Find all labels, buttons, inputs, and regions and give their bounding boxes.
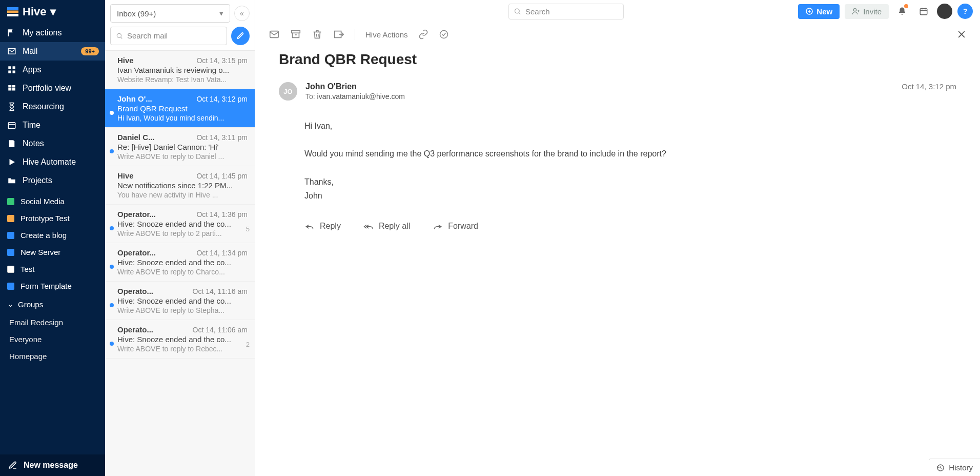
link-action-button[interactable] (418, 29, 428, 39)
project-label: Create a blog (21, 231, 67, 240)
group-item[interactable]: Homepage (0, 348, 105, 365)
mail-sender: Operator... (117, 210, 156, 219)
portfolio-icon (7, 84, 16, 93)
nav-item-time[interactable]: Time (0, 116, 105, 134)
search-icon (116, 32, 123, 39)
mail-time: Oct 14, 3:11 pm (196, 133, 248, 142)
project-item[interactable]: Create a blog (0, 227, 105, 244)
svg-rect-6 (13, 71, 15, 73)
svg-rect-2 (7, 14, 18, 16)
global-search-input[interactable]: Search (508, 4, 624, 19)
mail-item[interactable]: Operato...Oct 14, 11:06 amHive: Snooze e… (105, 320, 255, 359)
mail-subject: Hive: Snooze ended and the co... (117, 335, 248, 344)
global-search-placeholder: Search (525, 7, 550, 16)
mail-sender: Operato... (117, 287, 153, 295)
nav-item-my-actions[interactable]: My actions (0, 24, 105, 42)
groups-label: Groups (18, 300, 43, 309)
mail-preview: Write ABOVE to reply to Daniel ... (117, 152, 248, 161)
mail-item[interactable]: Operato...Oct 14, 11:16 amHive: Snooze e… (105, 282, 255, 320)
svg-point-20 (853, 9, 856, 11)
sender-avatar: JO (279, 82, 297, 101)
mail-sender: John O'... (117, 94, 152, 103)
mail-subject: New notifications since 1:22 PM... (117, 181, 248, 190)
project-item[interactable]: Form Template (0, 277, 105, 294)
task-action-button[interactable] (439, 29, 449, 39)
mail-item[interactable]: John O'...Oct 14, 3:12 pmBrand QBR Reque… (105, 89, 255, 128)
nav-item-projects[interactable]: Projects (0, 171, 105, 190)
calendar-button[interactable] (915, 3, 932, 19)
mail-subject: Hive: Snooze ended and the co... (117, 296, 248, 305)
mail-item[interactable]: HiveOct 14, 3:15 pmIvan Vatamaniuk is re… (105, 51, 255, 89)
nav-item-apps[interactable]: Apps (0, 61, 105, 79)
project-item[interactable]: Prototype Test (0, 210, 105, 227)
new-button[interactable]: New (798, 4, 840, 19)
body-line: John (304, 189, 956, 203)
user-avatar[interactable] (937, 4, 952, 19)
mail-item[interactable]: Operator...Oct 14, 1:34 pmHive: Snooze e… (105, 243, 255, 282)
notification-dot-icon (904, 4, 908, 8)
svg-rect-11 (8, 123, 15, 129)
mail-item[interactable]: HiveOct 14, 1:45 pmNew notifications sin… (105, 166, 255, 205)
sender-name: John O'Brien (305, 82, 405, 91)
group-item[interactable]: Email Redesign (0, 314, 105, 331)
mail-list[interactable]: HiveOct 14, 3:15 pmIvan Vatamaniuk is re… (105, 51, 255, 476)
nav-label: Portfolio view (23, 84, 71, 93)
project-color-icon (7, 249, 14, 256)
move-button[interactable] (333, 29, 344, 40)
project-item[interactable]: Social Media (0, 193, 105, 210)
plus-circle-icon (805, 7, 813, 15)
mail-sender: Operator... (117, 248, 156, 257)
svg-rect-7 (8, 85, 11, 88)
nav-item-portfolio-view[interactable]: Portfolio view (0, 79, 105, 97)
mail-search-input[interactable]: Search mail (110, 27, 227, 45)
chevron-down-icon: ▾ (50, 5, 56, 18)
project-color-icon (7, 283, 14, 290)
mail-item[interactable]: Operator...Oct 14, 1:36 pmHive: Snooze e… (105, 205, 255, 243)
nav-label: Hive Automate (23, 157, 76, 167)
workspace-switcher[interactable]: Hive ▾ (0, 0, 105, 24)
group-item[interactable]: Everyone (0, 331, 105, 348)
project-label: New Server (21, 248, 60, 256)
folder-select[interactable]: Inbox (99+) ▾ (110, 4, 230, 23)
body-line: Hi Ivan, (304, 119, 956, 133)
compose-button[interactable] (231, 27, 250, 45)
mail-preview: Hi Ivan, Would you mind sendin... (117, 114, 248, 122)
notifications-button[interactable] (894, 3, 910, 19)
project-item[interactable]: New Server (0, 244, 105, 261)
nav-item-notes[interactable]: Notes (0, 134, 105, 153)
nav-label: Notes (23, 139, 44, 148)
mail-preview: Website Revamp: Test Ivan Vata... (117, 75, 248, 84)
reply-button[interactable]: Reply (304, 221, 341, 231)
mail-time: Oct 14, 11:16 am (193, 287, 248, 295)
mail-item[interactable]: Daniel C...Oct 14, 3:11 pmRe: [Hive] Dan… (105, 128, 255, 166)
history-button[interactable]: History (929, 459, 980, 476)
nav-item-mail[interactable]: Mail99+ (0, 42, 105, 61)
archive-button[interactable] (290, 29, 301, 40)
unread-badge: 99+ (81, 47, 99, 55)
chevron-left-icon: « (240, 9, 244, 17)
nav-label: Mail (23, 47, 37, 56)
invite-button[interactable]: Invite (845, 4, 889, 19)
nav-label: Resourcing (23, 102, 64, 111)
groups-header[interactable]: ⌄ Groups (0, 294, 105, 314)
new-message-button[interactable]: New message (0, 454, 105, 476)
hive-logo-icon (7, 7, 18, 16)
email-toolbar: Hive Actions (255, 23, 980, 46)
mail-preview: You have new activity in Hive ... (117, 191, 248, 199)
help-button[interactable]: ? (957, 4, 973, 19)
svg-line-14 (121, 37, 122, 39)
close-email-button[interactable] (956, 29, 967, 39)
project-item[interactable]: Test (0, 261, 105, 277)
delete-button[interactable] (312, 29, 323, 40)
forward-button[interactable]: Forward (433, 221, 478, 231)
email-timestamp: Oct 14, 3:12 pm (902, 82, 956, 91)
reply-all-button[interactable]: Reply all (363, 221, 410, 231)
reply-label: Reply (320, 222, 341, 231)
svg-rect-9 (8, 88, 11, 91)
mark-unread-button[interactable] (269, 29, 280, 40)
mail-time: Oct 14, 11:06 am (193, 326, 248, 334)
nav-item-hive-automate[interactable]: Hive Automate (0, 153, 105, 171)
collapse-panel-button[interactable]: « (234, 6, 250, 21)
nav-item-resourcing[interactable]: Resourcing (0, 97, 105, 116)
reply-all-icon (363, 221, 374, 231)
